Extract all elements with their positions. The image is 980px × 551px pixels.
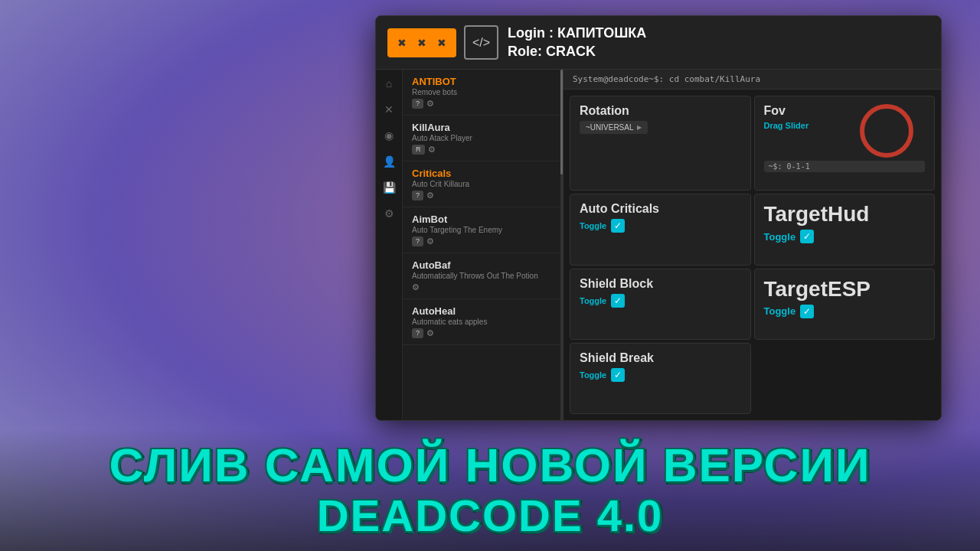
help-badge-autoheal[interactable]: ? <box>412 328 423 338</box>
target-hud-toggle-label: Toggle <box>764 231 796 243</box>
modules-grid: Rotation ~UNIVERSAL ▶ Fov Drag Slider <box>564 90 941 420</box>
sidebar-item-criticals[interactable]: Criticals Auto Crit Killaura ? ⚙ <box>403 161 563 207</box>
sidebar-item-autoheal[interactable]: AutoHeal Automatic eats apples ? ⚙ <box>403 299 563 345</box>
main-content: System@deadcode~$: cd combat/KillAura Ro… <box>564 70 941 420</box>
gear-icon-criticals[interactable]: ⚙ <box>426 191 434 201</box>
shield-block-toggle-label: Toggle <box>580 296 606 305</box>
dropdown-arrow-rotation: ▶ <box>637 124 642 131</box>
sidebar-item-killaura-name: KillAura <box>412 122 554 133</box>
help-badge-criticals[interactable]: ? <box>412 191 423 201</box>
sidebar-item-autobaf-actions: ⚙ <box>412 282 554 292</box>
sidebar-item-killaura-desc: Auto Atack Player <box>412 134 554 142</box>
panel-header: ✖ ✖ ✖ </> Login : КАПИТОШКА Role: CRACK <box>376 16 941 70</box>
gear-icon-killaura[interactable]: ⚙ <box>428 145 436 155</box>
header-icons: ✖ ✖ ✖ <box>387 28 456 57</box>
code-badge: </> <box>464 25 498 60</box>
cross-icon-3: ✖ <box>433 34 450 51</box>
login-line: Login : КАПИТОШКА <box>508 24 929 42</box>
command-bar: System@deadcode~$: cd combat/KillAura <box>564 70 941 90</box>
sidebar: ANTIBOT Remove bots ? ⚙ KillAura Auto At… <box>403 70 564 420</box>
sidebar-item-aimbot[interactable]: AimBot Auto Targeting The Enemy ? ⚙ <box>403 207 563 253</box>
sidebar-item-autobaf-name: AutoBaf <box>412 259 554 271</box>
fov-text-group: Fov Drag Slider <box>764 104 809 130</box>
module-target-esp-row: Toggle ✓ <box>764 305 926 318</box>
target-esp-toggle-label: Toggle <box>764 305 796 317</box>
sidebar-item-killaura[interactable]: KillAura Auto Atack Player R ⚙ <box>403 116 563 161</box>
strip-icon-save[interactable]: 💾 <box>379 178 399 197</box>
module-target-hud-title: TargetHud <box>764 202 926 227</box>
module-shield-break: Shield Break Toggle ✓ <box>570 343 751 414</box>
strip-icon-person[interactable]: 👤 <box>379 152 399 171</box>
help-badge-aimbot[interactable]: ? <box>412 236 423 246</box>
gear-icon-aimbot[interactable]: ⚙ <box>426 236 434 246</box>
bottom-title-line2: DEADCODE 4.0 <box>317 491 664 540</box>
fov-range: ~$: 0-1-1 <box>764 161 926 172</box>
module-fov: Fov Drag Slider ~$: 0-1-1 <box>754 96 936 191</box>
module-target-hud-row: Toggle ✓ <box>764 230 926 243</box>
module-rotation: Rotation ~UNIVERSAL ▶ <box>570 96 751 191</box>
auto-criticals-toggle-label: Toggle <box>580 221 606 230</box>
sidebar-item-aimbot-name: AimBot <box>412 214 554 225</box>
sidebar-left-strip: ⌂ ✕ ◉ 👤 💾 ⚙ <box>376 70 403 420</box>
gear-icon-autobaf[interactable]: ⚙ <box>412 282 420 292</box>
cross-icon-1: ✖ <box>394 34 410 51</box>
sidebar-item-antibot[interactable]: ANTIBOT Remove bots ? ⚙ <box>403 70 563 116</box>
sidebar-item-criticals-name: Criticals <box>412 168 554 179</box>
module-target-hud: TargetHud Toggle ✓ <box>754 194 936 265</box>
code-icon: </> <box>472 36 490 50</box>
auto-criticals-checkbox[interactable]: ✓ <box>611 219 625 233</box>
fov-circle-container <box>871 104 925 158</box>
module-shield-block-row: Toggle ✓ <box>580 294 741 308</box>
sidebar-item-antibot-name: ANTIBOT <box>412 76 554 87</box>
module-shield-break-row: Toggle ✓ <box>580 368 741 382</box>
shield-break-toggle-label: Toggle <box>580 370 606 380</box>
rotation-dropdown[interactable]: ~UNIVERSAL ▶ <box>580 121 648 134</box>
sidebar-item-antibot-actions: ? ⚙ <box>412 99 554 109</box>
sidebar-item-aimbot-desc: Auto Targeting The Enemy <box>412 226 554 234</box>
sidebar-item-autoheal-actions: ? ⚙ <box>412 328 554 338</box>
strip-icon-settings[interactable]: ⚙ <box>379 204 399 223</box>
module-fov-title: Fov <box>764 104 809 118</box>
module-shield-block: Shield Block Toggle ✓ <box>570 269 751 340</box>
gear-icon-autoheal[interactable]: ⚙ <box>426 328 434 338</box>
bottom-text-container: СЛИВ САМОЙ НОВОЙ ВЕРСИИ DEADCODE 4.0 <box>0 429 980 551</box>
strip-icon-home[interactable]: ⌂ <box>379 73 399 93</box>
scrollbar-thumb[interactable] <box>560 70 563 174</box>
header-login: Login : КАПИТОШКА Role: CRACK <box>508 24 929 60</box>
module-target-esp: TargetESP Toggle ✓ <box>754 269 936 340</box>
strip-icon-eye[interactable]: ◉ <box>379 126 399 145</box>
fov-circle[interactable] <box>860 104 913 158</box>
module-auto-criticals-title: Auto Criticals <box>580 202 741 216</box>
target-hud-checkbox[interactable]: ✓ <box>800 230 814 243</box>
r-badge-killaura[interactable]: R <box>412 145 425 155</box>
strip-icon-cross[interactable]: ✕ <box>379 99 399 119</box>
target-esp-checkbox[interactable]: ✓ <box>800 305 814 318</box>
sidebar-item-autoheal-desc: Automatic eats apples <box>412 318 554 326</box>
rotation-dropdown-value: ~UNIVERSAL <box>586 123 634 132</box>
module-auto-criticals-row: Toggle ✓ <box>580 219 741 233</box>
scrollbar[interactable] <box>560 70 563 420</box>
sidebar-item-autoheal-name: AutoHeal <box>412 305 554 317</box>
cross-icon-2: ✖ <box>413 34 430 51</box>
module-rotation-title: Rotation <box>580 104 741 118</box>
hack-panel: ✖ ✖ ✖ </> Login : КАПИТОШКА Role: CRACK … <box>375 15 942 421</box>
shield-break-checkbox[interactable]: ✓ <box>611 368 625 382</box>
sidebar-item-criticals-actions: ? ⚙ <box>412 191 554 201</box>
sidebar-item-aimbot-actions: ? ⚙ <box>412 236 554 246</box>
panel-body: ⌂ ✕ ◉ 👤 💾 ⚙ ANTIBOT Remove bots ? ⚙ <box>376 70 941 420</box>
fov-card-inner: Fov Drag Slider <box>764 104 926 158</box>
gear-icon-antibot[interactable]: ⚙ <box>426 99 434 109</box>
sidebar-item-criticals-desc: Auto Crit Killaura <box>412 180 554 188</box>
module-auto-criticals: Auto Criticals Toggle ✓ <box>570 194 751 265</box>
bottom-title-line1: СЛИВ САМОЙ НОВОЙ ВЕРСИИ <box>109 439 871 491</box>
help-badge-antibot[interactable]: ? <box>412 99 423 109</box>
sidebar-item-autobaf-desc: Automatically Throws Out The Potion <box>412 272 554 280</box>
role-line: Role: CRACK <box>508 43 929 60</box>
module-shield-block-title: Shield Block <box>580 277 741 291</box>
sidebar-item-killaura-actions: R ⚙ <box>412 145 554 155</box>
shield-block-checkbox[interactable]: ✓ <box>611 294 625 308</box>
module-shield-break-title: Shield Break <box>580 351 741 365</box>
module-fov-subtitle: Drag Slider <box>764 121 809 130</box>
sidebar-item-autobaf[interactable]: AutoBaf Automatically Throws Out The Pot… <box>403 253 563 299</box>
sidebar-item-antibot-desc: Remove bots <box>412 88 554 96</box>
